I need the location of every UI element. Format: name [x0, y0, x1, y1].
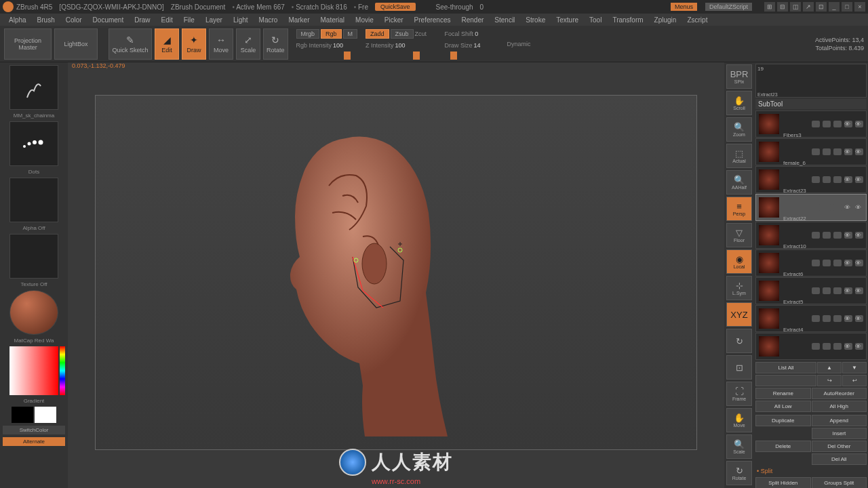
projection-master-button[interactable]: Projection Master: [4, 28, 52, 60]
⊡-button[interactable]: ⊡: [726, 355, 752, 380]
menu-item[interactable]: Document: [90, 16, 127, 24]
eye-icon[interactable]: [844, 121, 852, 127]
autoreorder-button[interactable]: AutoReorder: [812, 388, 867, 399]
del-other-button[interactable]: Del Other: [812, 441, 867, 452]
menu-item[interactable]: Marker: [285, 16, 313, 24]
move-button[interactable]: ↔Move: [209, 28, 233, 60]
menu-item[interactable]: Stencil: [491, 16, 518, 24]
append-button[interactable]: Append: [812, 415, 867, 426]
eye-icon[interactable]: [844, 148, 852, 155]
menu-item[interactable]: Zscript: [684, 16, 711, 24]
canvas-area[interactable]: 0.073,-1.132,-0.479 人人素材 www.rr-sc.com: [68, 62, 724, 488]
eye-icon[interactable]: [855, 148, 863, 155]
main-swatch[interactable]: [12, 407, 33, 423]
menu-item[interactable]: Transform: [609, 16, 646, 24]
subtool-row[interactable]: Extract23: [755, 194, 867, 221]
list-all-button[interactable]: List All: [755, 362, 816, 373]
menu-item[interactable]: Texture: [553, 16, 582, 24]
lightbox-button[interactable]: LightBox: [54, 28, 98, 60]
win-btn[interactable]: ⊞: [764, 2, 775, 12]
all-high-button[interactable]: All High: [812, 401, 867, 412]
menu-item[interactable]: Macro: [256, 16, 281, 24]
subtool-row[interactable]: Extract5: [755, 305, 867, 332]
eye-icon[interactable]: [844, 204, 852, 211]
zadd-button[interactable]: Zadd: [366, 29, 389, 39]
menu-item[interactable]: Draw: [131, 16, 153, 24]
eye-icon[interactable]: [844, 315, 852, 322]
win-btn[interactable]: ↗: [803, 2, 814, 12]
win-btn[interactable]: ⊡: [816, 2, 827, 12]
persp-button[interactable]: ≡Persp: [726, 197, 752, 221]
subtool-row[interactable]: [755, 110, 867, 138]
eye-icon[interactable]: [855, 260, 863, 266]
subtool-row[interactable]: Extract10: [755, 249, 867, 277]
eye-icon[interactable]: [844, 232, 852, 239]
eye-icon[interactable]: [844, 343, 852, 350]
subtool-row[interactable]: Extract22: [755, 222, 867, 249]
menu-item[interactable]: Color: [62, 16, 85, 24]
subtool-header[interactable]: SubTool: [755, 99, 867, 109]
stroke-thumb[interactable]: [9, 121, 58, 166]
move-up-button[interactable]: ▲: [817, 362, 842, 373]
all-low-button[interactable]: All Low: [755, 401, 811, 412]
zoom-button[interactable]: 🔍Zoom: [726, 117, 752, 142]
rotate-button[interactable]: ↻Rotate: [726, 461, 752, 485]
aahalf-button[interactable]: 🔍AAHalf: [726, 170, 752, 195]
menu-item[interactable]: Light: [230, 16, 252, 24]
z-intensity-slider[interactable]: [366, 52, 420, 60]
split-section[interactable]: Split: [755, 466, 867, 476]
menu-item[interactable]: Tool: [586, 16, 605, 24]
quicksketch-button[interactable]: ✎Quick Sketch: [108, 28, 152, 60]
eye-icon[interactable]: [844, 287, 852, 294]
rotate-button[interactable]: ↻Rotate: [263, 28, 288, 60]
duplicate-button[interactable]: Duplicate: [755, 415, 811, 426]
split-hidden-button[interactable]: Split Hidden: [755, 477, 811, 488]
menu-item[interactable]: Edit: [158, 16, 176, 24]
draw-size-slider[interactable]: [445, 52, 499, 60]
menu-item[interactable]: Preferences: [411, 16, 454, 24]
menu-item[interactable]: Brush: [34, 16, 58, 24]
minimize-button[interactable]: _: [829, 2, 840, 12]
secondary-swatch[interactable]: [35, 407, 56, 423]
alpha-thumb[interactable]: [9, 178, 58, 222]
zsub-button[interactable]: Zsub: [391, 29, 414, 39]
move-down-button[interactable]: ▼: [842, 362, 867, 373]
menu-item[interactable]: Alpha: [5, 16, 30, 24]
rename-button[interactable]: Rename: [755, 388, 811, 399]
subtool-row[interactable]: Extract6: [755, 277, 867, 304]
m-button[interactable]: M: [343, 29, 358, 39]
eye-icon[interactable]: [855, 232, 863, 239]
win-btn[interactable]: ◫: [790, 2, 801, 12]
subtool-row[interactable]: Extract4: [755, 333, 867, 360]
move-button[interactable]: ✋Move: [726, 408, 752, 432]
menu-item[interactable]: Picker: [381, 16, 407, 24]
actual-button[interactable]: ⬚Actual: [726, 144, 752, 168]
subtool-row[interactable]: female_6: [755, 166, 867, 193]
nav-button[interactable]: ↩: [842, 375, 867, 386]
subtool-row[interactable]: Fibers3: [755, 138, 867, 165]
eye-icon[interactable]: [855, 315, 863, 322]
switchcolor-button[interactable]: SwitchColor: [3, 426, 65, 434]
menu-item[interactable]: Stroke: [522, 16, 549, 24]
hue-slider[interactable]: [60, 346, 65, 395]
eye-icon[interactable]: [855, 287, 863, 294]
spix-button[interactable]: BPRSPix: [726, 64, 752, 89]
scale-button[interactable]: ⤢Scale: [236, 28, 260, 60]
menu-item[interactable]: Render: [458, 16, 488, 24]
maximize-button[interactable]: □: [842, 2, 852, 12]
delete-button[interactable]: Delete: [755, 441, 811, 452]
close-button[interactable]: ×: [854, 2, 865, 12]
zcut-button[interactable]: Zcut: [415, 30, 437, 37]
menu-item[interactable]: Movie: [352, 16, 377, 24]
rgb-button[interactable]: Rgb: [321, 29, 342, 39]
menus-button[interactable]: Menus: [671, 3, 697, 11]
tool-preview[interactable]: 19Extract23: [755, 64, 867, 98]
eye-icon[interactable]: [855, 176, 863, 183]
brush-thumb[interactable]: [9, 65, 58, 110]
quicksave-button[interactable]: QuickSave: [375, 3, 416, 11]
local-button[interactable]: ◉Local: [726, 249, 752, 274]
color-picker[interactable]: [9, 346, 58, 395]
eye-icon[interactable]: [855, 343, 863, 350]
menu-item[interactable]: Material: [317, 16, 349, 24]
eye-icon[interactable]: [855, 204, 863, 211]
